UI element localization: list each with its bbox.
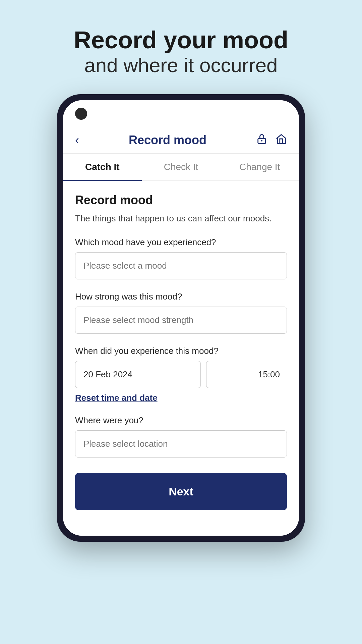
svg-point-1 — [261, 140, 262, 142]
phone-top-bar — [63, 100, 299, 127]
strength-group: How strong was this mood? — [75, 291, 287, 334]
mood-group: Which mood have you experienced? — [75, 237, 287, 279]
datetime-group: When did you experience this mood? Reset… — [75, 346, 287, 403]
nav-bar: ‹ Record mood — [63, 127, 299, 154]
page-title-bold: Record your mood — [20, 27, 342, 53]
tab-change-it[interactable]: Change It — [220, 154, 299, 180]
mood-input[interactable] — [75, 252, 287, 279]
tab-catch-it[interactable]: Catch It — [63, 154, 142, 180]
section-title: Record mood — [75, 193, 287, 207]
content-area: Record mood The things that happen to us… — [63, 181, 299, 522]
date-time-row — [75, 361, 287, 388]
location-group: Where were you? — [75, 415, 287, 458]
nav-icons — [256, 133, 287, 147]
lock-icon[interactable] — [256, 133, 267, 147]
section-desc: The things that happen to us can affect … — [75, 212, 287, 225]
bottom-space — [63, 522, 299, 536]
camera-dot — [75, 108, 87, 120]
location-label: Where were you? — [75, 415, 287, 426]
reset-link[interactable]: Reset time and date — [75, 393, 158, 403]
strength-input[interactable] — [75, 307, 287, 334]
phone-mockup: ‹ Record mood — [57, 94, 305, 542]
page-header: Record your mood and where it occurred — [0, 0, 362, 94]
home-icon[interactable] — [276, 133, 287, 147]
datetime-label: When did you experience this mood? — [75, 346, 287, 356]
next-button[interactable]: Next — [75, 473, 287, 510]
time-input[interactable] — [206, 361, 299, 388]
date-input[interactable] — [75, 361, 201, 388]
mood-label: Which mood have you experienced? — [75, 237, 287, 248]
back-button[interactable]: ‹ — [75, 133, 79, 147]
location-input[interactable] — [75, 430, 287, 458]
nav-title: Record mood — [129, 133, 206, 147]
phone-inner: ‹ Record mood — [63, 100, 299, 536]
tab-check-it[interactable]: Check It — [142, 154, 221, 180]
page-title-light: and where it occurred — [20, 53, 342, 77]
strength-label: How strong was this mood? — [75, 291, 287, 302]
tabs-bar: Catch It Check It Change It — [63, 154, 299, 181]
